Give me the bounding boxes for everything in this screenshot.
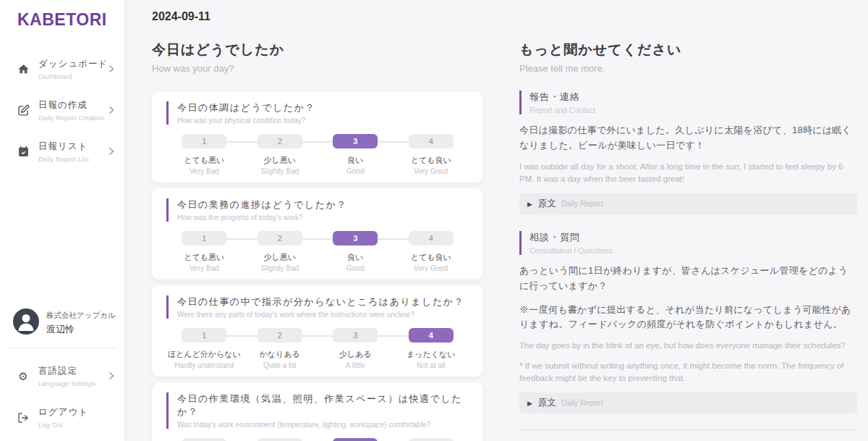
question-card: 今日の体調はどうでしたか？ How was your physical cond… — [152, 91, 483, 182]
home-icon — [16, 63, 30, 75]
section-heading-en: Consultation / Questions — [529, 246, 857, 255]
survey-column: 今日はどうでしたか How was your day? 今日の体調はどうでしたか… — [152, 41, 483, 441]
rating-label-jp: 少しある — [339, 349, 372, 360]
main-content: 2024-09-11 今日はどうでしたか How was your day? 今… — [124, 0, 868, 441]
sidebar-item-daily-report-list[interactable]: 日報リスト Daily Report List — [0, 137, 124, 167]
report-date: 2024-09-11 — [152, 10, 857, 23]
rating-label-en: A little — [346, 361, 365, 369]
rating-label-jp: かなりある — [260, 349, 300, 360]
section-heading-jp: 報告・連絡 — [529, 91, 857, 104]
survey-title-en: How was your day? — [152, 63, 483, 74]
question-heading: 今日の体調はどうでしたか？ How was your physical cond… — [166, 101, 469, 125]
rating-label-en: Not at all — [417, 361, 445, 369]
nav-label-en: Daily Report List — [38, 155, 109, 163]
report-text-en: I was outside all day for a shoot. After… — [519, 161, 857, 186]
rating-option: 4 まったくない Not at all — [393, 328, 469, 369]
rating-label-en: Good — [346, 167, 364, 175]
sidebar-item-daily-report-creation[interactable]: 日報の作成 Daily Report Creation — [0, 96, 124, 125]
rating-label-jp: とても悪い — [184, 155, 224, 166]
rating-option: 3 快適 — [318, 438, 393, 441]
user-name: 渡辺怜 — [46, 323, 116, 336]
original-text-label-jp: 原文 — [538, 198, 556, 210]
rating-scale: 1 ほとんど分からない Hardly understand 2 かなりある Qu… — [166, 328, 469, 369]
nav-label-en: Log Out — [38, 421, 114, 429]
rating-option: 1 ほとんど分からない Hardly understand — [166, 328, 242, 369]
feedback-title-en: Please tell me more. — [519, 63, 857, 74]
rating-label-jp: とても良い — [411, 155, 451, 166]
app-window: KABETORI ダッシュボード Dashboard 日 — [0, 0, 868, 441]
rating-pill-3[interactable]: 3 — [333, 231, 378, 245]
rating-label-jp: 良い — [347, 252, 363, 263]
question-text-jp: 今日の仕事の中で指示が分からないところはありましたか？ — [177, 295, 469, 308]
rating-pill-3[interactable]: 3 — [333, 134, 378, 148]
rating-pill-3[interactable]: 3 — [333, 438, 378, 441]
question-text-en: How was the progress of today's work? — [177, 214, 469, 222]
original-text-toggle[interactable]: ▶ 原文 Daily Report — [519, 392, 857, 413]
gear-icon: ⚙ — [16, 370, 30, 383]
sidebar-bottom: 株式会社アップカル 渡辺怜 ⚙ 言語設定 Language Settings — [0, 308, 124, 432]
user-company: 株式会社アップカル — [46, 311, 116, 321]
rating-option: 4 とても良い Very Good — [393, 231, 469, 272]
question-card: 今日の業務の進捗はどうでしたか？ How was the progress of… — [152, 188, 483, 280]
sidebar-item-dashboard[interactable]: ダッシュボード Dashboard — [0, 54, 124, 84]
consultation-note-en: * If we submit without writing anything … — [519, 360, 857, 385]
rating-pill-4[interactable]: 4 — [409, 134, 454, 148]
nav-label-en: Language Settings — [38, 379, 109, 387]
question-heading: 今日の仕事の中で指示が分からないところはありましたか？ Were there a… — [166, 295, 469, 319]
app-logo: KABETORI — [0, 10, 124, 30]
user-profile: 株式会社アップカル 渡辺怜 — [0, 308, 124, 337]
rating-label-en: Very Bad — [190, 264, 219, 272]
nav-label-jp: 日報リスト — [38, 140, 109, 153]
rating-pill-1[interactable]: 1 — [182, 134, 226, 148]
rating-pill-1[interactable]: 1 — [182, 328, 226, 343]
chevron-right-icon — [109, 146, 114, 159]
question-text-en: Were there any parts of today's work whe… — [177, 311, 469, 319]
rating-label-jp: 少し悪い — [263, 252, 296, 263]
rating-pill-3[interactable]: 3 — [333, 328, 378, 343]
rating-pill-4[interactable]: 4 — [409, 231, 454, 245]
rating-option: 2 かなりある Quite a bit — [242, 328, 318, 369]
triangle-right-icon: ▶ — [527, 201, 532, 208]
rating-label-jp: ほとんど分からない — [168, 349, 241, 360]
rating-option: 1 とても悪い Very Bad — [166, 231, 242, 272]
rating-pill-2[interactable]: 2 — [258, 328, 302, 343]
rating-pill-1[interactable]: 1 — [182, 438, 226, 441]
rating-option: 3 良い Good — [318, 134, 393, 175]
rating-label-en: Very Bad — [190, 167, 219, 175]
rating-label-jp: 良い — [347, 155, 363, 166]
original-text-label-en: Daily Report — [561, 199, 603, 208]
chevron-right-icon — [109, 370, 114, 383]
original-text-label-en: Daily Report — [561, 398, 603, 407]
question-heading: 今日の作業環境（気温、照明、作業スペース）は快適でしたか？ Was today'… — [166, 392, 469, 429]
sidebar-item-logout[interactable]: ログアウト Log Out — [0, 403, 124, 432]
rating-pill-2[interactable]: 2 — [258, 231, 302, 245]
original-text-toggle[interactable]: ▶ 原文 Daily Report — [519, 193, 857, 214]
triangle-right-icon: ▶ — [527, 400, 532, 407]
section-heading-en: Report and Contact — [529, 106, 857, 114]
rating-option: 4 とても良い Very Good — [393, 134, 469, 175]
feedback-column: もっと聞かせてください Please tell me more. 報告・連絡 R… — [519, 41, 857, 441]
rating-pill-4[interactable]: 4 — [409, 328, 454, 343]
rating-label-jp: とても悪い — [184, 252, 224, 263]
rating-option: 1 非常に不快 — [166, 438, 242, 441]
rating-label-en: Very Good — [414, 167, 448, 175]
rating-pill-2[interactable]: 2 — [258, 438, 302, 441]
consultation-text-en: The day goes by in the blink of an eye, … — [519, 340, 857, 352]
rating-pill-1[interactable]: 1 — [182, 231, 226, 245]
consultation-section: 相談・質問 Consultation / Questions あっという間に1日… — [519, 231, 857, 413]
rating-pill-4[interactable]: 4 — [409, 438, 454, 441]
avatar — [13, 308, 39, 337]
rating-option: 4 非常に快適 — [393, 438, 469, 441]
nav-label-en: Daily Report Creation — [38, 114, 109, 122]
rating-label-en: Very Good — [414, 264, 448, 272]
nav-label-jp: ダッシュボード — [38, 58, 109, 70]
rating-option: 2 少し悪い Slightly Bad — [242, 134, 318, 175]
question-text-en: How was your physical condition today? — [177, 117, 469, 125]
section-heading: 報告・連絡 Report and Contact — [519, 91, 857, 114]
rating-label-jp: 少し悪い — [263, 155, 296, 166]
sidebar-item-language-settings[interactable]: ⚙ 言語設定 Language Settings — [0, 361, 124, 391]
rating-scale: 1 非常に不快 2 少し不快 3 — [166, 438, 469, 441]
rating-pill-2[interactable]: 2 — [258, 134, 302, 148]
rating-label-en: Slightly Bad — [260, 264, 299, 272]
rating-label-en: Good — [346, 264, 364, 272]
